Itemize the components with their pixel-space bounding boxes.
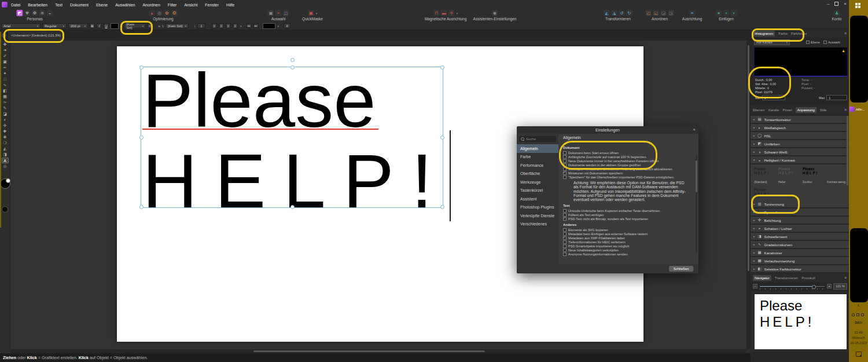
- checkbox[interactable]: [563, 163, 567, 167]
- settings-checkbox-row[interactable]: Metadatei beim Einfügen aus externer Sof…: [563, 232, 692, 236]
- preset-thumbnail[interactable]: Please HELP! Heller: [778, 167, 803, 184]
- baseline-icon[interactable]: a: [158, 24, 160, 28]
- adjustment-row[interactable]: ∿ Gradationskurven: [751, 241, 849, 248]
- chevron-down-icon[interactable]: ▾: [316, 12, 318, 15]
- document-menu-icon[interactable]: [2, 33, 6, 38]
- network-icon[interactable]: [861, 313, 864, 316]
- adjustment-row[interactable]: ◑ Schwarz-Weiß: [751, 148, 849, 155]
- settings-category[interactable]: Allgemein: [517, 144, 558, 153]
- checkbox[interactable]: [563, 175, 567, 179]
- font-weight-select[interactable]: Regular▾: [42, 23, 67, 28]
- settings-checkbox-row[interactable]: Tiefeninformationen für HEIC verfeinern: [563, 240, 692, 244]
- font-size-select[interactable]: 200 pt▾: [68, 23, 88, 28]
- document-tab[interactable]: <Unbenannt> [Geändert] (121.3%): [8, 30, 64, 41]
- menu-item[interactable]: Fenster: [205, 3, 219, 7]
- persona-icon[interactable]: ◩: [17, 10, 23, 16]
- settings-category[interactable]: Farbe: [517, 153, 558, 162]
- persona-icon[interactable]: ◒: [47, 10, 53, 16]
- settings-category[interactable]: Assistent: [517, 195, 558, 203]
- minimize-button[interactable]: –: [827, 1, 829, 6]
- align-center-button[interactable]: ≡: [219, 23, 224, 28]
- scrollbar-thumb[interactable]: [253, 350, 485, 352]
- bullet-list-button[interactable]: ≔: [247, 23, 252, 28]
- checkbox[interactable]: [563, 155, 567, 159]
- checkbox[interactable]: [563, 151, 567, 155]
- settings-checkbox-row[interactable]: Anfängliche Zoomstufe auf maximal 100 % …: [563, 155, 692, 159]
- arrange-icon[interactable]: ◱: [653, 10, 659, 16]
- secondary-color-icon[interactable]: [2, 206, 8, 213]
- checkbox[interactable]: [563, 232, 567, 236]
- settings-checkbox-row[interactable]: PSD-Smartobjekte importieren wo möglich: [563, 244, 692, 248]
- handle-mid-right[interactable]: [440, 136, 444, 140]
- hidden-icons-chevron[interactable]: ‹: [849, 304, 868, 308]
- menu-item[interactable]: Text: [55, 3, 62, 7]
- settings-category[interactable]: Oberfläche: [517, 170, 558, 178]
- checkbox[interactable]: [563, 213, 567, 217]
- tool-icon[interactable]: ❋: [2, 134, 9, 140]
- text-color-swatch[interactable]: [111, 23, 119, 29]
- taskbar-app-button[interactable]: Affin...: [849, 104, 868, 114]
- tool-icon[interactable]: A: [2, 158, 9, 163]
- tool-icon[interactable]: ❍: [2, 140, 9, 146]
- adjustment-row[interactable]: ▩ Verlaufsumsetzung: [751, 257, 849, 264]
- restore-button[interactable]: [834, 2, 838, 6]
- adjustment-row[interactable]: ◐ Weißabgleich: [751, 124, 849, 131]
- clock-time[interactable]: 22:49: [849, 331, 868, 334]
- panel-menu-icon[interactable]: ≡: [844, 108, 847, 112]
- settings-checkbox-row[interactable]: "Speichern" für das Überschreiben import…: [563, 175, 692, 179]
- handle-mid-left[interactable]: [139, 136, 144, 140]
- quickmask-icon[interactable]: ▣: [308, 10, 314, 16]
- align-justify-button[interactable]: ≡: [233, 23, 238, 28]
- adjustment-row[interactable]: ◒ Helligkeit / Kontrast: [751, 156, 849, 163]
- settings-checkbox-row[interactable]: PSD-Text nicht als Bitmap, sondern als T…: [563, 217, 692, 221]
- checkbox[interactable]: [563, 171, 567, 175]
- transform-icon[interactable]: ◭: [604, 10, 610, 16]
- chevron-down-icon[interactable]: ▾: [457, 12, 458, 15]
- tool-icon[interactable]: ▦: [2, 94, 9, 100]
- auto-adjust-icon[interactable]: ✿: [164, 10, 170, 16]
- handle-bottom-left[interactable]: [139, 205, 144, 209]
- selection-frame[interactable]: [141, 67, 443, 208]
- navigator-preview[interactable]: Please HELP!: [751, 291, 849, 352]
- snapping-icon[interactable]: ✛: [448, 10, 455, 16]
- checkbox[interactable]: [563, 253, 567, 256]
- settings-category[interactable]: Tastenkürzel: [517, 187, 558, 195]
- adjustment-row[interactable]: ◯ HSL: [751, 132, 849, 139]
- underline-button[interactable]: U: [104, 23, 109, 28]
- menu-item[interactable]: Hilfe: [226, 3, 234, 7]
- checkbox[interactable]: [563, 244, 567, 248]
- color-well[interactable]: [0, 178, 10, 189]
- tool-icon[interactable]: ✣: [2, 123, 9, 129]
- settings-category[interactable]: Werkzeuge: [517, 178, 558, 187]
- handle-top-center[interactable]: [290, 65, 295, 70]
- notification-center-icon[interactable]: [856, 352, 862, 357]
- adjustment-row[interactable]: ◨ Schwellenwert: [751, 233, 849, 240]
- panel-tab[interactable]: Ebenen: [753, 108, 765, 112]
- transform-icon[interactable]: ↺: [619, 10, 625, 16]
- settings-category[interactable]: Verschiedenes: [517, 220, 558, 229]
- handle-top-right[interactable]: [440, 65, 444, 70]
- handle-bottom-center[interactable]: [290, 205, 295, 209]
- panel-menu-icon[interactable]: ≡: [844, 276, 847, 280]
- paragraph-style-select[interactable]: [Kein Stil]▾: [165, 23, 189, 28]
- tool-icon[interactable]: ✏: [2, 65, 9, 71]
- checkbox[interactable]: [563, 248, 567, 252]
- tool-icon[interactable]: ◪: [2, 111, 9, 117]
- panel-scrollbar[interactable]: [847, 116, 848, 185]
- menu-item[interactable]: Anordnen: [142, 3, 160, 7]
- rotation-handle[interactable]: [290, 58, 295, 62]
- channel-select[interactable]: Alle Kanäle▾: [754, 39, 790, 45]
- bold-button[interactable]: B: [90, 23, 95, 28]
- settings-checkbox-row[interactable]: Verknüpfte Ressourcen bei externer Änder…: [563, 167, 692, 171]
- panel-tab[interactable]: Anpassung: [796, 107, 816, 113]
- min-input[interactable]: 0: [762, 95, 785, 100]
- vertical-scrollbar[interactable]: [746, 41, 751, 349]
- dialog-scrollbar[interactable]: [696, 155, 697, 253]
- arrange-icon[interactable]: ◰: [645, 10, 652, 16]
- language-indicator[interactable]: DEU: [849, 321, 868, 324]
- italic-button[interactable]: I: [97, 23, 102, 28]
- tool-icon[interactable]: ✐: [2, 53, 9, 59]
- persona-icon[interactable]: ✾: [24, 10, 31, 16]
- handle-top-left[interactable]: [139, 65, 144, 70]
- settings-category[interactable]: Performance: [517, 161, 558, 170]
